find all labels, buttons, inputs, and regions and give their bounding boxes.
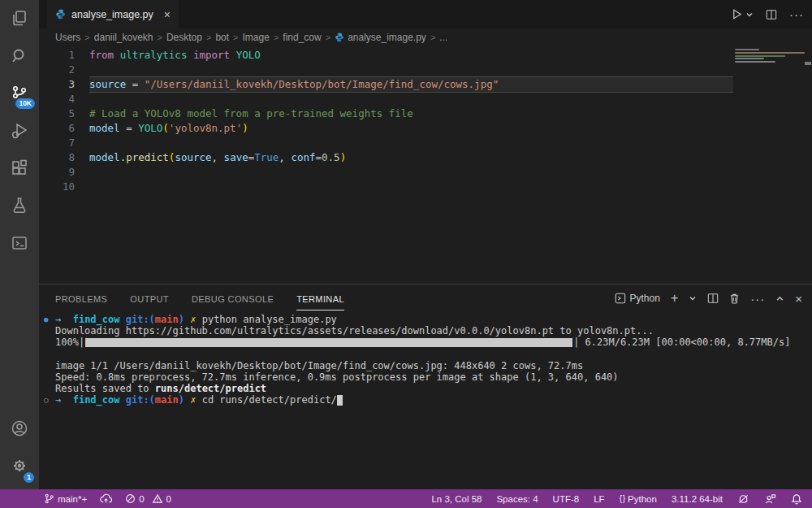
new-terminal-button[interactable]: + [671, 291, 678, 306]
split-editor-button[interactable] [766, 9, 777, 20]
testing-icon[interactable] [0, 187, 39, 224]
code-text: source = "/Users/daniil_kovekh/Desktop/b… [89, 76, 733, 93]
editor-actions: ··· [731, 0, 804, 28]
minimap[interactable] [735, 48, 804, 280]
code-line-5: 5# Load a YOLOv8 model from a pre-traine… [39, 106, 733, 121]
more-actions-button[interactable]: ··· [789, 7, 804, 21]
split-terminal-button[interactable] [707, 293, 719, 304]
warnings-icon [152, 493, 163, 504]
breadcrumb-item-desktop[interactable]: Desktop [166, 32, 202, 43]
code-text: from ultralytics import YOLO [89, 48, 733, 63]
breadcrumb-item-image[interactable]: Image [243, 32, 270, 43]
trash-icon [729, 293, 740, 304]
terminal-icon [615, 293, 626, 304]
chevron-down-icon [745, 11, 754, 19]
breadcrumb-separator: > [233, 33, 238, 42]
terminal-cursor [337, 395, 343, 406]
breadcrumb-item-bot[interactable]: bot [215, 32, 229, 43]
chevron-down-icon [689, 294, 697, 302]
terminal-line: 100%|| 6.23M/6.23M [00:00<00:00, 8.77MB/… [39, 336, 812, 348]
explorer-icon[interactable] [0, 0, 39, 37]
code-line-8: 8model.predict(source, save=True, conf=0… [39, 150, 733, 165]
terminal-line: Speed: 0.8ms preprocess, 72.7ms inferenc… [39, 371, 812, 383]
tab-close-icon[interactable]: × [164, 8, 171, 21]
terminal-line: ●→ find_cow git:(main) ✗ python analyse_… [39, 314, 812, 325]
terminal-line: ○→ find_cow git:(main) ✗ cd runs/detect/… [39, 394, 812, 406]
language-mode-indicator[interactable]: { } Python [615, 489, 662, 508]
activity-bar: 10K [0, 0, 39, 489]
code-line-1: 1from ultralytics import YOLO [39, 48, 733, 63]
terminal-line: Downloading https://github.com/ultralyti… [39, 325, 812, 336]
line-number: 1 [39, 48, 75, 63]
command-decoration-hollow[interactable]: ○ [44, 394, 48, 406]
line-number: 8 [39, 150, 75, 165]
publish-changes-button[interactable] [95, 489, 117, 508]
eol-indicator[interactable]: LF [589, 489, 609, 508]
close-panel-button[interactable]: × [795, 292, 802, 306]
panel-tab-problems[interactable]: PROBLEMS [55, 287, 107, 310]
python-icon [55, 9, 66, 20]
code-text [89, 92, 733, 106]
breadcrumb-item-users[interactable]: Users [55, 32, 80, 43]
cursor-position-indicator[interactable]: Ln 3, Col 58 [426, 489, 486, 508]
panel-header: PROBLEMSOUTPUTDEBUG CONSOLETERMINAL Pyth… [39, 284, 812, 312]
terminal-view-icon[interactable] [0, 224, 39, 262]
source-control-icon[interactable]: 10K [0, 75, 39, 112]
download-progress-bar [85, 338, 572, 347]
encoding-indicator[interactable]: UTF-8 [548, 489, 585, 508]
line-number: 9 [39, 165, 75, 180]
command-decoration-filled[interactable]: ● [44, 314, 48, 325]
code-line-2: 2 [39, 63, 733, 77]
git-branch-indicator[interactable]: main*+ [39, 489, 92, 508]
terminal-profile-selector[interactable]: Python [615, 293, 660, 304]
code-line-6: 6model = YOLO('yolov8n.pt') [39, 121, 733, 136]
braces-icon: { } [620, 494, 624, 503]
breadcrumb-item-find-cow[interactable]: find_cow [283, 32, 321, 43]
chevron-up-icon [775, 294, 784, 303]
breadcrumb-item-analyse-image-py[interactable]: analyse_image.py [335, 32, 426, 43]
line-number: 6 [39, 121, 75, 136]
code-line-10: 10 [39, 180, 733, 194]
breadcrumb-item----[interactable]: ... [439, 32, 447, 43]
accounts-icon[interactable] [0, 410, 39, 447]
line-number: 7 [39, 136, 75, 150]
python-interpreter-indicator[interactable]: 3.11.2 64-bit [667, 489, 728, 508]
indentation-indicator[interactable]: Spaces: 4 [491, 489, 542, 508]
code-text: model.predict(source, save=True, conf=0.… [89, 150, 733, 165]
line-number: 10 [39, 180, 75, 194]
breadcrumb-item-daniil-kovekh[interactable]: daniil_kovekh [94, 32, 153, 43]
code-line-7: 7 [39, 136, 733, 150]
code-lines: 1from ultralytics import YOLO23source = … [39, 48, 733, 194]
problems-indicator[interactable]: 0 0 [120, 489, 176, 508]
panel-actions: Python + ··· [615, 284, 802, 312]
git-branch-icon [44, 493, 54, 504]
code-text: model = YOLO('yolov8n.pt') [89, 121, 733, 136]
code-editor[interactable]: 1from ultralytics import YOLO23source = … [39, 46, 812, 284]
settings-badge: 1 [24, 472, 34, 483]
panel-more-button[interactable]: ··· [750, 292, 765, 306]
line-number: 2 [39, 63, 75, 77]
vscode-window: 10K [0, 0, 812, 508]
run-and-debug-icon[interactable] [0, 112, 39, 150]
feedback-icon[interactable] [759, 489, 781, 508]
notifications-bell-icon[interactable] [786, 489, 807, 508]
panel-tab-output[interactable]: OUTPUT [130, 287, 169, 310]
code-text [89, 180, 733, 194]
terminal-line [39, 349, 812, 360]
kill-terminal-button[interactable] [729, 293, 740, 304]
tab-analyse-image[interactable]: analyse_image.py × [47, 0, 179, 28]
copilot-disabled-icon[interactable] [732, 489, 754, 508]
panel-tab-terminal[interactable]: TERMINAL [296, 287, 344, 310]
search-icon[interactable] [0, 37, 39, 75]
terminal-output[interactable]: ●→ find_cow git:(main) ✗ python analyse_… [39, 314, 812, 489]
terminal-dropdown-button[interactable] [689, 294, 697, 302]
code-text [89, 136, 733, 150]
breadcrumb: Users>daniil_kovekh>Desktop>bot>Image>fi… [39, 28, 812, 46]
breadcrumb-separator: > [274, 33, 279, 42]
tab-strip: analyse_image.py × ··· [39, 0, 812, 28]
maximize-panel-button[interactable] [775, 294, 784, 303]
settings-gear-icon[interactable]: 1 [0, 447, 39, 484]
extensions-icon[interactable] [0, 150, 39, 187]
panel-tab-debug-console[interactable]: DEBUG CONSOLE [192, 287, 274, 310]
run-python-file-button[interactable] [731, 8, 754, 20]
